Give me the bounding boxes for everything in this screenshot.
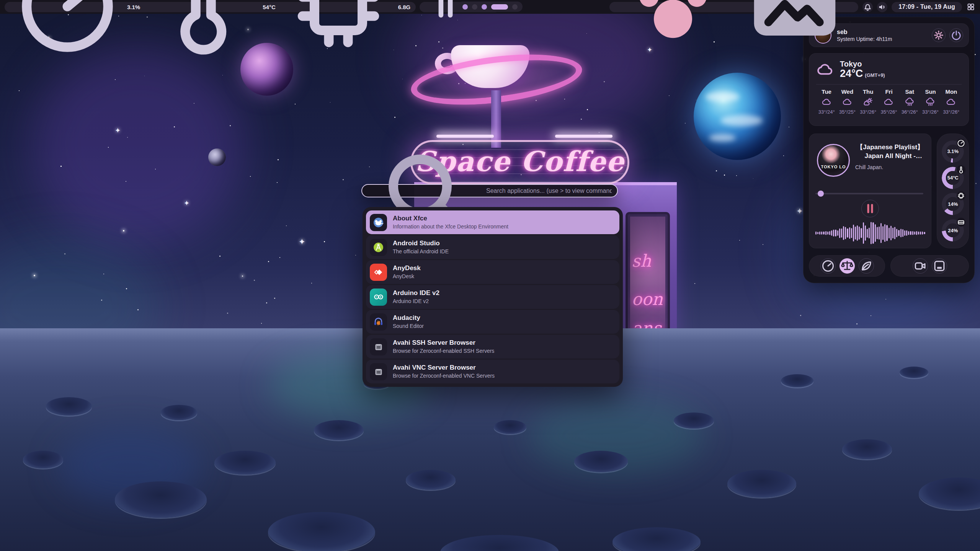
system-gauge: 14%: [942, 193, 964, 215]
waveform-bar: [867, 229, 868, 238]
workspace-dot-occupied[interactable]: [482, 4, 487, 10]
crater: [115, 481, 207, 518]
audio-visualizer: [815, 221, 925, 245]
forecast-day-label: Thu: [863, 88, 874, 95]
app-description: Sound Editor: [393, 323, 424, 329]
launcher-result[interactable]: Android StudioThe official Android IDE: [366, 235, 619, 259]
cpu-usage-stat: 3.1%: [10, 0, 140, 65]
app-name: Android Studio: [393, 239, 449, 248]
volume-button[interactable]: [877, 2, 887, 12]
app-name: Audacity: [393, 314, 424, 323]
tray-app-icon[interactable]: [616, 0, 730, 64]
star: [885, 299, 886, 300]
star: [278, 159, 279, 160]
launcher-result[interactable]: Avahi VNC Server BrowserBrowse for Zeroc…: [366, 360, 619, 383]
star: [295, 104, 296, 104]
avahi-app-icon: [370, 363, 387, 380]
waveform-bar: [819, 231, 820, 235]
launcher-result[interactable]: AnyDeskAnyDesk: [366, 260, 619, 284]
video-camera-icon: [913, 259, 928, 273]
top-bar-right: 17:09 - Tue, 19 Aug: [609, 2, 975, 12]
waveform-bar: [831, 230, 832, 235]
crater: [46, 397, 92, 416]
crater: [314, 420, 364, 440]
waveform-bar: [882, 226, 884, 240]
waveform-bar: [859, 227, 860, 240]
app-description: Arduino IDE v2: [393, 298, 439, 305]
waveform-bar: [902, 229, 903, 237]
waveform-bar: [857, 225, 858, 240]
forecast-day: Fri35°/26°: [879, 88, 899, 115]
profile-balanced-button[interactable]: [840, 258, 855, 274]
launcher-result[interactable]: About XfceInformation about the Xfce Des…: [366, 210, 619, 234]
forecast-day-label: Wed: [841, 88, 853, 95]
power-button[interactable]: [949, 28, 963, 42]
waveform-bar: [849, 227, 850, 239]
launcher-result[interactable]: AudacitySound Editor: [366, 310, 619, 334]
waveform-bar: [896, 229, 897, 237]
waveform-bar: [879, 227, 880, 240]
audacity-app-icon: [370, 313, 387, 331]
launcher-result[interactable]: Arduino IDE v2Arduino IDE v2: [366, 285, 619, 309]
album-art-text: TOKYO LO: [818, 165, 849, 169]
star: [108, 147, 109, 148]
crater: [781, 374, 813, 387]
forecast-day: Tue33°/24°: [816, 88, 837, 115]
waveform-bar: [851, 228, 852, 238]
rain-icon: [925, 97, 936, 107]
forecast-temps: 36°/26°: [902, 109, 918, 115]
progress-thumb[interactable]: [818, 191, 824, 197]
star: [311, 283, 312, 284]
power-icon: [950, 29, 963, 42]
waveform-bar: [823, 231, 824, 235]
app-description: Browse for Zeroconf-enabled VNC Servers: [393, 372, 495, 379]
clock[interactable]: 17:09 - Tue, 19 Aug: [892, 2, 962, 12]
system-gauge: 54°C: [942, 167, 964, 189]
waveform-bar: [861, 228, 862, 238]
workspace-dot-occupied[interactable]: [462, 4, 468, 10]
launcher-result[interactable]: Avahi SSH Server BrowserBrowse for Zeroc…: [366, 335, 619, 359]
workspace-dot-empty[interactable]: [472, 4, 477, 10]
waveform-bar: [922, 231, 923, 235]
wallpaper-button[interactable]: [932, 258, 947, 274]
notifications-button[interactable]: [862, 2, 873, 12]
waveform-bar: [827, 231, 828, 235]
star: [64, 253, 65, 254]
star: [261, 323, 262, 324]
forecast-day: Wed35°/25°: [837, 88, 858, 115]
star: [277, 182, 278, 183]
xfce-app-icon: [370, 214, 387, 231]
screen-record-button[interactable]: [913, 258, 928, 274]
screenshot-tool-icon[interactable]: [737, 0, 852, 64]
planet-earth: [694, 73, 781, 160]
forecast-day-label: Tue: [822, 88, 831, 95]
star: [242, 276, 243, 277]
workspace-dot-empty[interactable]: [512, 4, 518, 10]
speedometer-icon: [957, 139, 965, 148]
desktop: ✦✦✦✦✦✦ sh oon ans: [0, 0, 980, 551]
waveform-bar: [865, 225, 866, 240]
track-progress-slider[interactable]: [815, 191, 923, 197]
star: [219, 256, 220, 257]
profile-performance-button[interactable]: [820, 258, 836, 274]
weather-temperature: 24°C(GMT+9): [840, 68, 885, 80]
settings-button[interactable]: [932, 28, 946, 42]
forecast-temps: 35°/25°: [839, 109, 856, 115]
waveform-bar: [908, 231, 909, 235]
arduino-app-icon: [370, 289, 387, 306]
workspace-dot-active[interactable]: [491, 4, 508, 10]
bright-star: ✦: [184, 199, 189, 207]
star: [330, 102, 330, 103]
star: [685, 123, 686, 124]
profile-powersave-button[interactable]: [859, 258, 874, 274]
crater: [406, 470, 456, 490]
overview-grid-button[interactable]: [966, 2, 975, 11]
pause-button[interactable]: [861, 200, 879, 217]
crater: [574, 451, 628, 472]
waveform-bar: [924, 232, 925, 235]
waveform-bar: [884, 224, 885, 242]
search-input[interactable]: [486, 187, 612, 194]
memory-stat: 6.8G: [281, 0, 411, 65]
androidstudio-app-icon: [370, 239, 387, 256]
launcher-search[interactable]: [361, 184, 618, 197]
